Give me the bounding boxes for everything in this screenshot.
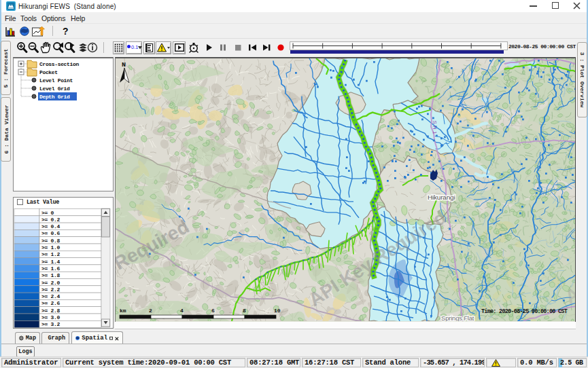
- svg-text:S H 1: S H 1: [432, 121, 438, 134]
- svg-text:>= 2.8: >= 2.8: [41, 308, 60, 314]
- svg-text:>= 1.2: >= 1.2: [41, 251, 60, 257]
- svg-text:Cross-section: Cross-section: [39, 61, 79, 67]
- svg-text:>= 0: >= 0: [41, 210, 54, 216]
- svg-text:>= 0.4: >= 0.4: [41, 223, 60, 229]
- svg-text:Level Point: Level Point: [39, 77, 73, 84]
- svg-text:>= 1.6: >= 1.6: [41, 265, 60, 272]
- svg-text:>= 1.0: >= 1.0: [41, 244, 60, 251]
- svg-text:Level Grid: Level Grid: [39, 86, 70, 92]
- svg-text:Springs Flat: Springs Flat: [441, 314, 474, 321]
- svg-text:>= 3.2: >= 3.2: [41, 321, 60, 327]
- svg-text:4: 4: [180, 308, 184, 314]
- svg-text:>= 0.2: >= 0.2: [41, 217, 60, 223]
- svg-text:Depth Grid: Depth Grid: [39, 94, 70, 100]
- svg-text:>= 1.4: >= 1.4: [41, 259, 60, 265]
- svg-text:6: 6: [211, 308, 215, 314]
- svg-text:Hikurangi: Hikurangi: [428, 194, 455, 201]
- svg-text:2: 2: [149, 308, 152, 314]
- svg-text:>= 0.8: >= 0.8: [41, 238, 60, 244]
- svg-text:Time: 2020-08-25 00:00:00 CST: Time: 2020-08-25 00:00:00 CST: [481, 308, 568, 315]
- svg-text:>= 2.4: >= 2.4: [41, 293, 60, 299]
- svg-text:10: 10: [274, 308, 281, 314]
- svg-text:Pocket: Pocket: [39, 69, 58, 75]
- svg-text:N: N: [122, 61, 126, 69]
- svg-text:>= 2.2: >= 2.2: [41, 287, 60, 293]
- svg-text:>= 2.0: >= 2.0: [41, 280, 60, 286]
- svg-text:>= 2.6: >= 2.6: [41, 300, 60, 306]
- svg-text:8: 8: [243, 308, 246, 314]
- svg-text:>= 0.6: >= 0.6: [41, 230, 60, 236]
- svg-text:km: km: [120, 308, 126, 314]
- svg-text:>= 3.0: >= 3.0: [41, 314, 60, 320]
- svg-text:>= 1.8: >= 1.8: [41, 272, 60, 278]
